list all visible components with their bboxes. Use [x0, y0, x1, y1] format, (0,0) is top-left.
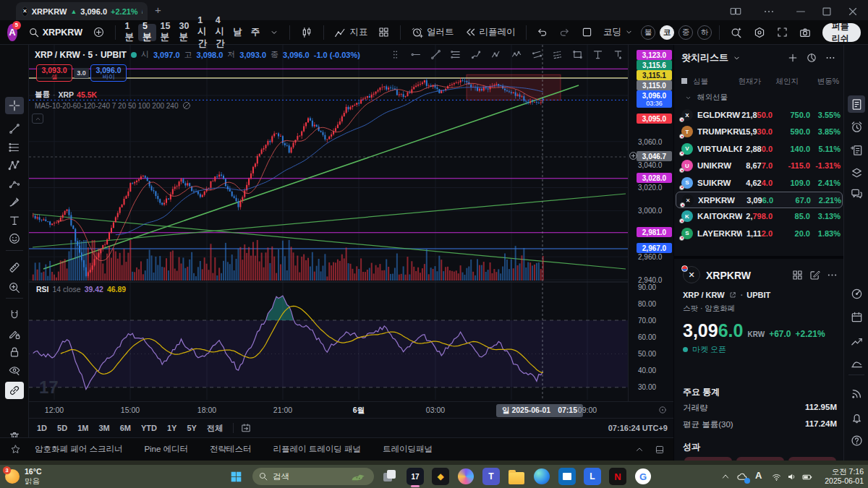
notifications-panel[interactable] [848, 408, 865, 426]
watchlist-row-EGLDKRW[interactable]: XEGLDKRW21,850.0750.03.55% [676, 107, 843, 124]
indicators-button[interactable]: 지표 [328, 23, 373, 42]
chat-panel[interactable] [848, 184, 865, 202]
undo-button[interactable] [531, 23, 553, 42]
crosshair-tool[interactable] [5, 97, 24, 114]
taskbar-app-google[interactable]: G [634, 468, 652, 485]
float-zigzag[interactable] [490, 48, 503, 61]
watchlist-pie-icon[interactable] [806, 52, 817, 64]
scroll-to-realtime-icon[interactable] [658, 405, 668, 415]
watchlist-panel[interactable] [848, 95, 865, 113]
user-avatar[interactable]: A5 [7, 24, 17, 41]
panel-tab[interactable]: 전략테스터 [210, 444, 252, 455]
taskbar-app-store[interactable] [558, 468, 576, 485]
settings-button[interactable] [748, 23, 771, 42]
panel-tab[interactable]: 트레이딩패널 [383, 444, 433, 455]
volume-legend[interactable]: 볼륨 · XRP 45.5K [35, 90, 97, 100]
detail-grid-icon[interactable] [791, 269, 804, 281]
weather-widget[interactable]: 3 [5, 468, 22, 485]
alert-button[interactable]: 얼러트 [406, 23, 459, 42]
onedrive-icon[interactable] [736, 471, 748, 483]
layout-button[interactable] [576, 23, 598, 42]
ime-indicator[interactable]: A [755, 470, 762, 481]
legend-collapse-button[interactable] [32, 114, 43, 124]
layout-badge-하[interactable]: 하 [697, 25, 712, 40]
watchlist-row-TRUMPKRW[interactable]: TTRUMPKRW15,930.0590.03.85% [676, 124, 843, 140]
watchlist-section[interactable]: 해외선물 [684, 93, 728, 103]
range-6M[interactable]: 6M [120, 424, 131, 432]
external-link-icon[interactable] [728, 291, 737, 299]
price-scale[interactable]: 3,100.03,060.03,040.03,020.03,000.02,960… [628, 45, 673, 401]
snapshot-button[interactable] [793, 23, 817, 42]
indicator-templates-button[interactable] [373, 23, 395, 42]
taskbar-search[interactable]: 검색 [252, 468, 374, 485]
lock-tool[interactable] [5, 343, 24, 361]
scripts-panel[interactable] [848, 354, 865, 372]
layout-name-button[interactable]: 코딩 [598, 23, 639, 42]
add-alert-plus-icon[interactable] [628, 150, 639, 161]
float-polyline[interactable] [470, 48, 482, 61]
taskbar-app-copilot[interactable] [457, 468, 475, 485]
column-symbol[interactable]: 심볼 [693, 77, 708, 87]
object-tree-panel[interactable] [848, 164, 865, 181]
trend-line-tool[interactable] [5, 120, 24, 137]
ruler-tool[interactable] [5, 259, 24, 276]
interval-15분[interactable]: 15분 [156, 24, 175, 41]
app-tab-xrpkrw[interactable]: ✕ XRPKRW ▲ 3,096.0 +2.21% / 코딩 [16, 2, 148, 20]
streams-panel[interactable] [848, 385, 865, 402]
collapse-panel-icon[interactable] [634, 445, 644, 455]
news-panel[interactable] [848, 141, 865, 158]
ideas-panel[interactable] [848, 332, 865, 349]
taskbar-app-task-view[interactable] [381, 468, 399, 485]
range-YTD[interactable]: YTD [141, 424, 157, 432]
clock[interactable]: 07:16:24 UTC+9 [608, 424, 668, 432]
float-fib[interactable] [450, 48, 462, 61]
interval-30분[interactable]: 30분 [174, 24, 193, 41]
window-menu-icon[interactable] [762, 5, 775, 18]
start-button[interactable] [227, 468, 244, 485]
close-button[interactable] [846, 5, 859, 18]
eye-off-icon[interactable] [182, 100, 192, 111]
taskbar-app-explorer[interactable] [508, 468, 525, 485]
watchlist-menu-icon[interactable] [825, 52, 836, 64]
rsi-legend[interactable]: RSI 14 close 39.42 46.89 [36, 285, 126, 294]
detail-menu-icon[interactable] [826, 269, 838, 281]
watchlist-row-VIRTUALKRW[interactable]: VVIRTUALKRW2,880.0140.05.11% [676, 141, 843, 158]
sell-button[interactable]: 3,093.0 셀 [36, 64, 72, 82]
symbol-search-button[interactable]: XRPKRW [23, 23, 88, 42]
zoom-in-tool[interactable] [5, 279, 24, 296]
tray-expand-icon[interactable] [720, 471, 731, 481]
taskbar-app-binance[interactable]: ◆ [432, 468, 449, 485]
layout-badge-불[interactable]: 불 [641, 25, 655, 40]
column-pct[interactable]: 변동% [813, 77, 839, 87]
range-전체[interactable]: 전체 [207, 423, 223, 434]
float-drag-dots[interactable] [389, 48, 401, 61]
float-trend-line[interactable] [430, 48, 442, 61]
volume-icon[interactable] [786, 471, 797, 482]
column-price[interactable]: 현재가 [735, 77, 761, 87]
range-1Y[interactable]: 1Y [167, 424, 176, 432]
forecast-tool[interactable] [5, 175, 24, 192]
calendar-panel[interactable] [848, 308, 865, 325]
add-symbol-button[interactable] [88, 23, 110, 42]
watchlist-row-XRPKRW[interactable]: ✕XRPKRW3,096.067.02.21% [676, 192, 843, 208]
emoji-tool[interactable] [5, 230, 24, 247]
hotlist-panel[interactable] [848, 285, 865, 302]
float-pattern-ac[interactable] [511, 48, 523, 61]
draw-lock-tool[interactable] [5, 325, 24, 343]
detail-exchange[interactable]: UPBIT [746, 291, 770, 299]
multi-monitor-icon[interactable] [729, 5, 742, 18]
chart-style-button[interactable] [295, 23, 318, 42]
range-1D[interactable]: 1D [37, 424, 47, 432]
detail-pair[interactable]: XRP / KRW [683, 291, 725, 299]
eye-off-tool[interactable] [5, 361, 24, 379]
text-tool[interactable] [5, 212, 24, 229]
taskbar-app-teams[interactable]: T [482, 468, 500, 485]
taskbar-app-edge[interactable] [533, 468, 550, 485]
panel-tab[interactable]: Pine 에디터 [144, 444, 188, 455]
watchlist-row-SUIKRW[interactable]: SSUIKRW4,624.0109.02.41% [676, 175, 843, 192]
restore-panel-icon[interactable] [655, 445, 665, 455]
magnet-tool[interactable] [5, 307, 24, 324]
new-tab-button[interactable]: + [155, 4, 161, 16]
publish-button[interactable]: 퍼블리쉬 [822, 23, 861, 42]
link-tool[interactable] [5, 382, 24, 399]
